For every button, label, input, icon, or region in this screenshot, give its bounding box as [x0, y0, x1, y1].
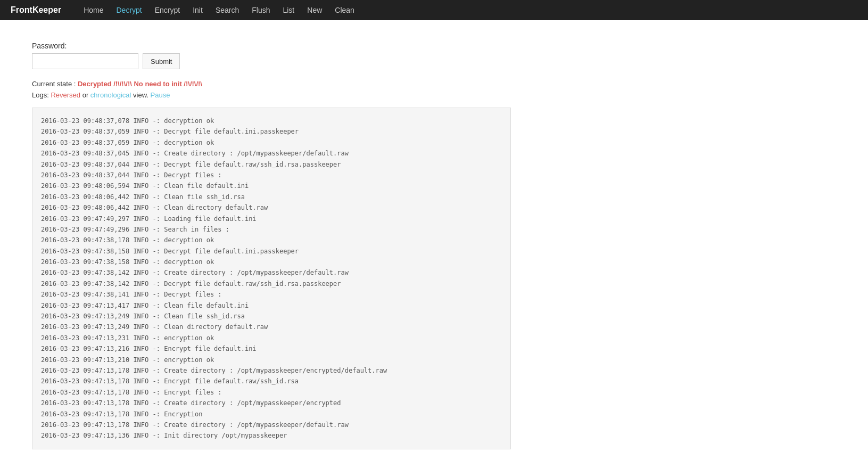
- logs-view-text: view.: [133, 91, 151, 99]
- navbar: FrontKeeper Home Decrypt Encrypt Init Se…: [0, 0, 868, 20]
- nav-clean[interactable]: Clean: [328, 0, 361, 20]
- password-label: Password:: [32, 42, 836, 50]
- nav-new[interactable]: New: [301, 0, 328, 20]
- log-line: 2016-03-23 09:47:13,178 INFO -: Create d…: [41, 420, 502, 430]
- log-line: 2016-03-23 09:47:13,417 INFO -: Clean fi…: [41, 300, 502, 311]
- nav-flush[interactable]: Flush: [245, 0, 276, 20]
- log-line: 2016-03-23 09:47:13,249 INFO -: Clean di…: [41, 322, 502, 332]
- logs-reversed-link[interactable]: Reversed: [51, 91, 80, 99]
- log-line: 2016-03-23 09:47:13,178 INFO -: Encrypt …: [41, 387, 502, 398]
- log-line: 2016-03-23 09:47:38,158 INFO -: decrypti…: [41, 257, 502, 267]
- logs-prefix: Logs:: [32, 91, 51, 99]
- log-line: 2016-03-23 09:48:37,059 INFO -: decrypti…: [41, 137, 502, 148]
- logs-separator: or: [82, 91, 90, 99]
- nav-decrypt[interactable]: Decrypt: [110, 0, 148, 20]
- logs-pause-link[interactable]: Pause: [151, 91, 170, 99]
- log-line: 2016-03-23 09:48:06,594 INFO -: Clean fi…: [41, 180, 502, 191]
- log-line: 2016-03-23 09:47:13,210 INFO -: encrypti…: [41, 355, 502, 365]
- password-row: Submit: [32, 53, 836, 69]
- log-line: 2016-03-23 09:47:38,142 INFO -: Create d…: [41, 267, 502, 278]
- log-line: 2016-03-23 09:48:37,059 INFO -: Decrypt …: [41, 126, 502, 137]
- nav-home[interactable]: Home: [77, 0, 110, 20]
- log-line: 2016-03-23 09:47:38,158 INFO -: Decrypt …: [41, 246, 502, 257]
- navbar-links: Home Decrypt Encrypt Init Search Flush L…: [77, 0, 361, 20]
- log-line: 2016-03-23 09:47:38,178 INFO -: decrypti…: [41, 235, 502, 245]
- log-line: 2016-03-23 09:48:06,442 INFO -: Clean di…: [41, 202, 502, 213]
- status-value: Decrypted /!\/!\/!\ No need to init /!\/…: [78, 80, 202, 88]
- log-line: 2016-03-23 09:47:49,296 INFO -: Search i…: [41, 224, 502, 235]
- log-line: 2016-03-23 09:48:37,044 INFO -: Decrypt …: [41, 159, 502, 170]
- log-line: 2016-03-23 09:47:13,178 INFO -: Create d…: [41, 365, 502, 376]
- log-line: 2016-03-23 09:47:13,136 INFO -: Init dir…: [41, 430, 502, 441]
- log-line: 2016-03-23 09:47:13,178 INFO -: Encrypti…: [41, 409, 502, 420]
- main-content: Password: Submit Current state : Decrypt…: [0, 20, 868, 452]
- logs-line: Logs: Reversed or chronological view. Pa…: [32, 91, 836, 99]
- log-line: 2016-03-23 09:48:37,045 INFO -: Create d…: [41, 148, 502, 159]
- log-line: 2016-03-23 09:48:06,442 INFO -: Clean fi…: [41, 192, 502, 202]
- logs-chronological-link[interactable]: chronological: [90, 91, 131, 99]
- log-line: 2016-03-23 09:47:13,249 INFO -: Clean fi…: [41, 311, 502, 322]
- log-line: 2016-03-23 09:48:37,044 INFO -: Decrypt …: [41, 170, 502, 180]
- nav-init[interactable]: Init: [186, 0, 209, 20]
- nav-encrypt[interactable]: Encrypt: [148, 0, 186, 20]
- nav-search[interactable]: Search: [209, 0, 245, 20]
- log-line: 2016-03-23 09:47:13,178 INFO -: Encrypt …: [41, 376, 502, 387]
- submit-button[interactable]: Submit: [143, 53, 180, 69]
- log-line: 2016-03-23 09:47:13,231 INFO -: encrypti…: [41, 333, 502, 343]
- status-line: Current state : Decrypted /!\/!\/!\ No n…: [32, 80, 836, 88]
- log-line: 2016-03-23 09:47:38,142 INFO -: Decrypt …: [41, 278, 502, 289]
- log-line: 2016-03-23 09:47:13,178 INFO -: Create d…: [41, 398, 502, 408]
- log-box: 2016-03-23 09:48:37,078 INFO -: decrypti…: [32, 108, 511, 449]
- log-line: 2016-03-23 09:48:37,078 INFO -: decrypti…: [41, 116, 502, 126]
- nav-list[interactable]: List: [276, 0, 301, 20]
- password-input[interactable]: [32, 53, 138, 69]
- navbar-brand[interactable]: FrontKeeper: [11, 5, 61, 15]
- log-line: 2016-03-23 09:47:13,216 INFO -: Encrypt …: [41, 343, 502, 354]
- password-section: Password: Submit: [32, 42, 836, 69]
- log-line: 2016-03-23 09:47:38,141 INFO -: Decrypt …: [41, 289, 502, 300]
- status-prefix: Current state :: [32, 80, 78, 88]
- log-line: 2016-03-23 09:47:49,297 INFO -: Loading …: [41, 213, 502, 224]
